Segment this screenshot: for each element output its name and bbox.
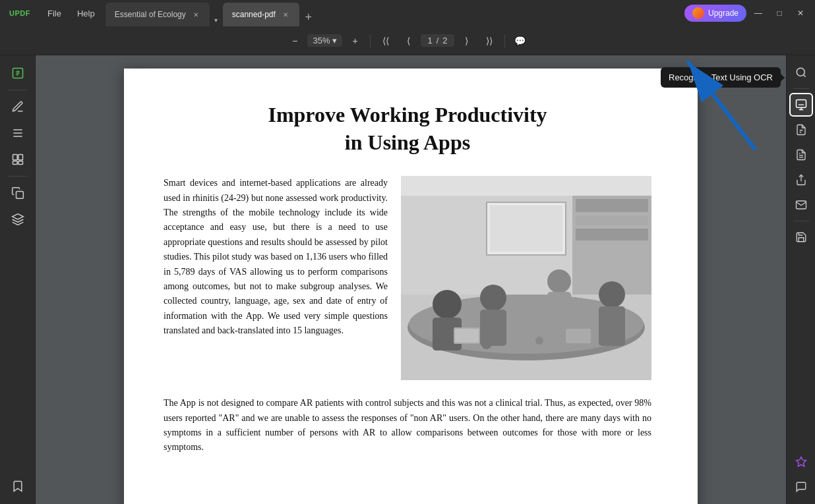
svg-marker-36	[796, 457, 806, 466]
sidebar-sep-1	[9, 90, 27, 90]
svg-rect-24	[599, 306, 625, 346]
close-button[interactable]: ✕	[791, 4, 810, 22]
tab-close-scanned[interactable]: ✕	[281, 10, 290, 19]
svg-rect-10	[576, 199, 648, 212]
main-area: Improve Working Productivity in Using Ap…	[0, 55, 815, 504]
new-tab-button[interactable]: +	[299, 8, 318, 26]
zoom-out-button[interactable]: −	[285, 31, 305, 51]
app-logo: UPDF	[0, 9, 40, 17]
svg-rect-26	[455, 329, 479, 343]
svg-point-30	[535, 337, 543, 345]
sidebar-copy-icon[interactable]	[5, 181, 30, 206]
menu-bar: File Help	[40, 0, 103, 26]
svg-rect-1	[13, 155, 17, 160]
sidebar-pages-icon[interactable]	[5, 147, 30, 172]
page-next-button[interactable]: ⟩	[457, 31, 477, 51]
maximize-button[interactable]: □	[770, 4, 789, 22]
comment-button[interactable]: 💬	[510, 31, 530, 51]
pdf-title: Improve Working Productivity in Using Ap…	[164, 101, 651, 156]
right-ocr-icon[interactable]	[789, 93, 813, 117]
tab-ecology[interactable]: Essential of Ecology ✕	[106, 3, 210, 26]
svg-rect-14	[490, 206, 562, 252]
tab-dropdown[interactable]: ▾	[210, 13, 223, 26]
right-save-icon[interactable]	[789, 225, 813, 249]
sidebar-annotate-icon[interactable]	[5, 94, 30, 119]
right-search-icon[interactable]	[789, 61, 813, 84]
svg-rect-11	[576, 215, 648, 225]
right-sep-1	[793, 88, 809, 89]
sidebar-edit-icon[interactable]	[5, 61, 30, 86]
svg-rect-22	[547, 292, 571, 328]
sidebar-bookmark-icon[interactable]	[5, 474, 30, 499]
zoom-display[interactable]: 35% ▾	[307, 34, 342, 47]
tab-scanned-pdf[interactable]: scanned-pdf ✕	[223, 3, 299, 26]
right-convert-icon[interactable]	[789, 118, 813, 142]
tabs-area: Essential of Ecology ✕ ▾ scanned-pdf ✕ +	[103, 0, 684, 26]
menu-help[interactable]: Help	[69, 0, 103, 26]
right-email-icon[interactable]	[789, 193, 813, 217]
toolbar-separator-2	[504, 34, 505, 47]
svg-rect-28	[566, 329, 591, 343]
menu-file[interactable]: File	[40, 0, 69, 26]
toolbar-separator-1	[370, 34, 371, 47]
zoom-in-button[interactable]: +	[345, 31, 365, 51]
page-first-button[interactable]: ⟨⟨	[376, 31, 396, 51]
sidebar-layers-icon[interactable]	[5, 207, 30, 232]
svg-rect-27	[513, 331, 536, 344]
svg-rect-2	[18, 155, 22, 160]
right-ai-icon[interactable]	[789, 450, 813, 474]
pdf-paragraph-2: The App is not designed to compare AR pa…	[164, 396, 651, 455]
sidebar-sep-2	[9, 176, 27, 177]
page-display: 1 / 2	[421, 34, 454, 47]
svg-rect-8	[401, 176, 651, 196]
upgrade-button[interactable]: Upgrade	[684, 5, 746, 22]
right-sep-2	[793, 221, 809, 221]
svg-point-29	[481, 339, 492, 349]
right-share-icon[interactable]	[789, 168, 813, 192]
pdf-content-row: Smart devices and internet-based applica…	[164, 176, 651, 380]
pdf-page: Improve Working Productivity in Using Ap…	[124, 69, 698, 504]
right-chat-icon[interactable]	[789, 475, 813, 499]
svg-rect-12	[576, 229, 648, 240]
titlebar: UPDF File Help Essential of Ecology ✕ ▾ …	[0, 0, 815, 26]
pdf-meeting-image	[401, 176, 651, 380]
toolbar: − 35% ▾ + ⟨⟨ ⟨ 1 / 2 ⟩ ⟩⟩ 💬	[0, 26, 815, 55]
svg-point-23	[599, 281, 625, 308]
upgrade-icon	[692, 7, 704, 19]
right-edit-icon[interactable]	[789, 143, 813, 167]
svg-point-21	[547, 269, 571, 293]
svg-point-17	[433, 290, 462, 319]
minimize-button[interactable]: —	[749, 4, 768, 22]
sidebar-organize-icon[interactable]	[5, 121, 30, 146]
titlebar-right: Upgrade — □ ✕	[684, 4, 815, 22]
svg-rect-3	[13, 161, 17, 165]
left-sidebar	[0, 55, 36, 504]
pdf-text-column: Smart devices and internet-based applica…	[164, 176, 388, 380]
svg-rect-5	[16, 192, 23, 199]
pdf-image-column	[401, 176, 651, 380]
pdf-area[interactable]: Improve Working Productivity in Using Ap…	[36, 55, 786, 504]
svg-point-31	[797, 68, 804, 76]
svg-point-19	[480, 285, 506, 311]
svg-rect-4	[18, 161, 22, 165]
tab-close-ecology[interactable]: ✕	[191, 10, 200, 19]
right-sidebar: Recognize Text Using OCR	[786, 55, 815, 504]
page-prev-button[interactable]: ⟨	[398, 31, 418, 51]
page-last-button[interactable]: ⟩⟩	[479, 31, 499, 51]
